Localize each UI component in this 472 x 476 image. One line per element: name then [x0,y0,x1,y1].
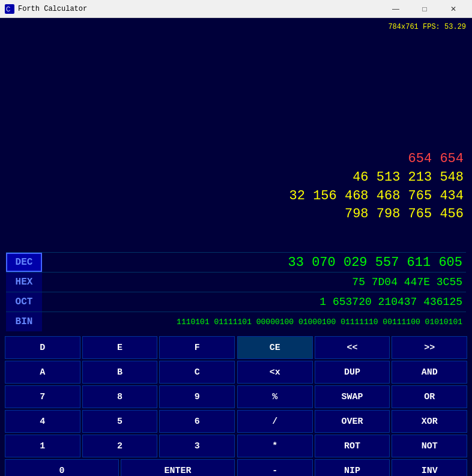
e-button[interactable]: E [82,336,158,359]
swap-button[interactable]: SWAP [315,385,390,408]
keypad-container: DEFABC7894561230ENTERCE<<>><xDUPAND%SWAP… [5,336,467,476]
mode-row-hex: HEX75 7D04 447E 3C55 [6,272,466,292]
maximize-button[interactable]: □ [411,2,438,16]
num-row-0: DEF [5,336,235,359]
not-button[interactable]: NOT [392,435,467,457]
mode-value-hex: 75 7D04 447E 3C55 [42,276,466,288]
mode-row-bin: BIN1110101 01111101 00000100 01000100 01… [6,312,466,331]
b-button[interactable]: B [82,361,158,384]
3-button[interactable]: 3 [159,435,235,457]
shift-right-button[interactable]: >> [392,336,467,359]
shift-left-button[interactable]: << [315,336,390,359]
num-row-2: 789 [5,385,235,408]
5-button[interactable]: 5 [82,410,158,433]
dup-button[interactable]: DUP [315,361,390,384]
svg-text:C: C [6,6,10,13]
minimize-button[interactable]: — [382,2,410,16]
mode-row-oct: OCT1 653720 210437 436125 [6,292,466,312]
num-row-1: ABC [5,361,235,384]
app-title: Forth Calculator [18,5,87,13]
numpad-panel: DEFABC7894561230ENTER [5,336,235,476]
7-button[interactable]: 7 [5,385,80,408]
2-button[interactable]: 2 [82,435,158,457]
8-button[interactable]: 8 [82,385,158,408]
1-button[interactable]: 1 [5,435,80,457]
close-button[interactable]: ✕ [440,2,467,16]
d-button[interactable]: D [5,336,80,359]
mode-value-bin: 1110101 01111101 00000100 01000100 01111… [42,318,466,327]
or-button[interactable]: OR [392,385,467,408]
titlebar-left: C Forth Calculator [5,4,87,14]
rot-button[interactable]: ROT [315,435,390,457]
op-row-3: /OVERXOR [237,410,467,433]
num-row-5: 0ENTER [5,459,235,476]
f-button[interactable]: F [159,336,235,359]
over-button[interactable]: OVER [315,410,390,433]
divide-button[interactable]: / [237,410,313,433]
modes-area: DEC33 070 029 557 611 605HEX75 7D04 447E… [6,252,466,331]
stack-area: 654 65446 513 213 54832 156 468 468 765 … [6,150,466,224]
ce-button[interactable]: CE [237,336,313,359]
num-row-4: 123 [5,435,235,457]
xor-button[interactable]: XOR [392,410,467,433]
backspace-button[interactable]: <x [237,361,313,384]
mode-value-dec: 33 070 029 557 611 605 [42,255,466,270]
0-button[interactable]: 0 [5,459,119,476]
stack-row-0: 654 654 [6,150,466,169]
mode-label-hex[interactable]: HEX [6,273,42,292]
mode-row-dec: DEC33 070 029 557 611 605 [6,252,466,272]
enter-button[interactable]: ENTER [121,459,235,476]
inv-button[interactable]: INV [392,459,467,476]
multiply-button[interactable]: * [237,435,313,457]
a-button[interactable]: A [5,361,80,384]
op-row-1: <xDUPAND [237,361,467,384]
keypad: DEFABC7894561230ENTERCE<<>><xDUPAND%SWAP… [5,336,467,476]
and-button[interactable]: AND [392,361,467,384]
mode-label-bin[interactable]: BIN [6,312,42,331]
c-button[interactable]: C [159,361,235,384]
titlebar: C Forth Calculator — □ ✕ [0,0,472,18]
9-button[interactable]: 9 [159,385,235,408]
stack-row-2: 32 156 468 468 765 434 [6,187,466,206]
op-row-2: %SWAPOR [237,385,467,408]
percent-button[interactable]: % [237,385,313,408]
op-row-4: *ROTNOT [237,435,467,457]
nip-button[interactable]: NIP [315,459,390,476]
mode-value-oct: 1 653720 210437 436125 [42,296,466,308]
stack-row-1: 46 513 213 548 [6,169,466,187]
mode-label-dec[interactable]: DEC [6,253,42,272]
op-row-5: -NIPINV [237,459,467,476]
app-icon: C [5,4,14,14]
mode-label-oct[interactable]: OCT [6,292,42,312]
fps-display: 784x761 FPS: 53.29 [388,23,466,31]
6-button[interactable]: 6 [159,410,235,433]
op-row-0: CE<<>> [237,336,467,359]
subtract-button[interactable]: - [237,459,313,476]
app-area: 784x761 FPS: 53.29 654 65446 513 213 548… [0,18,472,476]
stack-row-3: 798 798 765 456 [6,205,466,224]
titlebar-controls: — □ ✕ [382,2,467,16]
ops-panel: CE<<>><xDUPAND%SWAPOR/OVERXOR*ROTNOT-NIP… [237,336,467,476]
4-button[interactable]: 4 [5,410,80,433]
num-row-3: 456 [5,410,235,433]
